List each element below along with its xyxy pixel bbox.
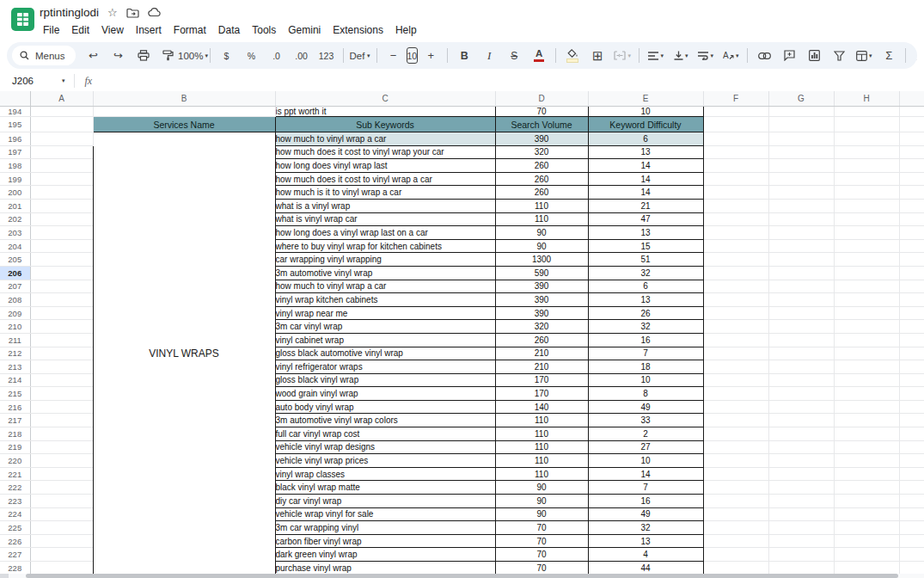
cell-h[interactable] [834, 467, 899, 481]
cell-a[interactable] [30, 507, 93, 521]
cell-keyword-difficulty[interactable]: 14 [588, 186, 703, 200]
cell-sub-keyword[interactable]: how much does it cost to vinyl wrap your… [275, 145, 495, 159]
row-number[interactable]: 195 [0, 117, 30, 132]
cell-a[interactable] [30, 333, 93, 347]
cell-sub-keyword[interactable]: 3m car vinyl wrap [275, 320, 495, 334]
cell-g[interactable] [768, 320, 834, 334]
cell-search-volume[interactable]: 1300 [495, 253, 588, 267]
cell-search-volume[interactable]: 70 [495, 534, 588, 548]
row-number[interactable]: 227 [0, 548, 30, 562]
cell-f[interactable] [703, 199, 768, 212]
cell-g[interactable] [768, 400, 834, 414]
row-number[interactable]: 209 [0, 306, 30, 320]
strikethrough-button[interactable]: S [502, 46, 526, 66]
cell-a[interactable] [30, 360, 93, 374]
cell-g[interactable] [768, 253, 834, 267]
cell-g[interactable] [768, 562, 834, 575]
cell-a[interactable] [30, 186, 93, 200]
cell-g[interactable] [768, 534, 834, 548]
row-number[interactable]: 202 [0, 212, 30, 226]
cell-sub-keyword[interactable]: what is a vinyl wrap [275, 199, 495, 212]
cell-h[interactable] [834, 414, 899, 427]
cell-sub-keyword[interactable]: 3m car wrapping vinyl [275, 521, 495, 535]
cell-b[interactable] [93, 107, 275, 117]
cell-a[interactable] [30, 132, 93, 146]
cell-h[interactable] [834, 280, 899, 293]
keyword-difficulty-header-cell[interactable]: Keyword Difficulty [588, 117, 703, 132]
select-all-corner[interactable] [0, 91, 30, 107]
cell-sub-keyword[interactable]: full car vinyl wrap cost [275, 427, 495, 441]
cell-partial[interactable] [899, 507, 924, 521]
cell-keyword-difficulty[interactable]: 13 [588, 534, 703, 548]
cell-h[interactable] [834, 347, 899, 360]
cell-partial[interactable] [899, 467, 924, 481]
cell-h[interactable] [834, 266, 899, 280]
cell-a[interactable] [30, 454, 93, 468]
cell-partial[interactable] [899, 280, 924, 293]
cell-sub-keyword[interactable]: diy car vinyl wrap [275, 495, 495, 508]
cell-g[interactable] [768, 387, 834, 401]
cell-f[interactable] [703, 467, 768, 481]
cell-sub-keyword[interactable]: vehicle wrap vinyl for sale [275, 507, 495, 521]
row-number[interactable]: 225 [0, 521, 30, 535]
functions-button[interactable]: Σ [877, 46, 901, 66]
sheets-logo-icon[interactable] [11, 8, 34, 31]
cell-partial[interactable] [899, 534, 924, 548]
cell-search-volume[interactable]: 260 [495, 159, 588, 173]
cell-partial[interactable] [899, 145, 924, 159]
cell-partial[interactable] [899, 414, 924, 427]
cell-g[interactable] [768, 199, 834, 212]
cell-h[interactable] [834, 186, 899, 200]
cell-search-volume[interactable]: 110 [495, 454, 588, 468]
row-number[interactable]: 217 [0, 414, 30, 427]
cell-partial[interactable] [899, 132, 924, 146]
cell-partial[interactable] [899, 333, 924, 347]
cell-sub-keyword[interactable]: carbon fiber vinyl wrap [275, 534, 495, 548]
cell-partial[interactable] [899, 226, 924, 240]
cell-h[interactable] [834, 333, 899, 347]
cell-a[interactable] [30, 481, 93, 495]
cell-f[interactable] [703, 320, 768, 334]
increase-decimal-button[interactable]: .00 [290, 46, 314, 66]
cell-g[interactable] [768, 467, 834, 481]
menu-file[interactable]: File [38, 23, 64, 37]
cell-g[interactable] [768, 507, 834, 521]
cell-search-volume[interactable]: 390 [495, 280, 588, 293]
cell-a[interactable] [30, 373, 93, 387]
cell-f[interactable] [703, 280, 768, 293]
row-number[interactable]: 223 [0, 495, 30, 508]
cell-g[interactable] [768, 414, 834, 427]
cell-sub-keyword[interactable]: car wrapping vinyl wrapping [275, 253, 495, 267]
cell-keyword-difficulty[interactable]: 4 [588, 548, 703, 562]
row-number[interactable]: 216 [0, 400, 30, 414]
cell-sub-keyword[interactable]: how much to vinyl wrap a car [275, 132, 495, 146]
cell-f[interactable] [703, 387, 768, 401]
cell-a[interactable] [30, 400, 93, 414]
row-number[interactable]: 228 [0, 562, 30, 575]
cell-a[interactable] [30, 467, 93, 481]
row-number[interactable]: 199 [0, 172, 30, 186]
row-number[interactable]: 200 [0, 186, 30, 200]
cell-search-volume[interactable]: 90 [495, 226, 588, 240]
cell-search-volume[interactable]: 110 [495, 427, 588, 441]
cell-search-volume[interactable]: 90 [495, 495, 588, 508]
cell-search-volume[interactable]: 90 [495, 239, 588, 253]
bold-button[interactable]: B [452, 46, 476, 66]
cell-search-volume[interactable]: 390 [495, 306, 588, 320]
cell-search-volume[interactable]: 170 [495, 373, 588, 387]
cell-g[interactable] [768, 159, 834, 173]
cell-g[interactable] [768, 239, 834, 253]
star-icon[interactable]: ☆ [107, 6, 118, 19]
cell-a[interactable] [30, 145, 93, 159]
cell-keyword-difficulty[interactable]: 27 [588, 440, 703, 454]
cell-keyword-difficulty[interactable]: 13 [588, 293, 703, 307]
cell-h[interactable] [834, 495, 899, 508]
column-header-f[interactable]: F [703, 91, 768, 107]
cell-partial[interactable] [899, 347, 924, 360]
menu-format[interactable]: Format [168, 23, 211, 37]
cell-f[interactable] [703, 495, 768, 508]
cell-a[interactable] [30, 387, 93, 401]
cell-search-volume[interactable]: 70 [495, 562, 588, 575]
cell-g[interactable] [768, 521, 834, 535]
cell-sub-keyword[interactable]: how long does a vinyl wrap last on a car [275, 226, 495, 240]
